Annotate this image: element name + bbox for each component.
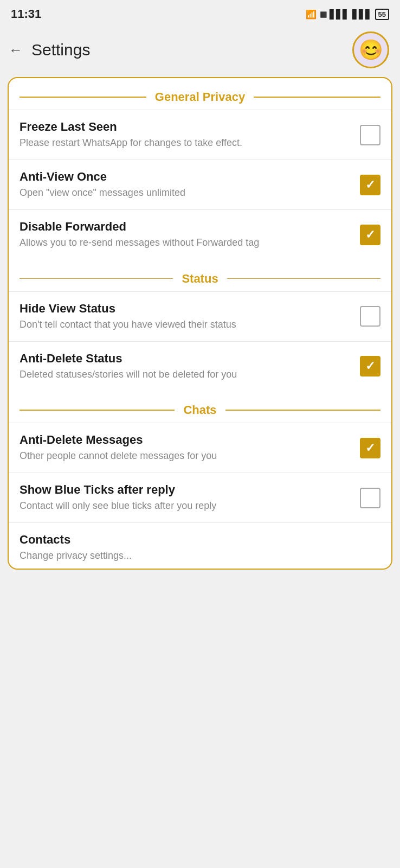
section-line-right-chats bbox=[225, 410, 380, 411]
status-time: 11:31 bbox=[11, 7, 41, 21]
setting-label-contacts: Contacts bbox=[20, 533, 380, 547]
setting-disable-forwarded[interactable]: Disable Forwarded Allows you to re-send … bbox=[9, 209, 391, 259]
checkbox-anti-view-once[interactable] bbox=[360, 175, 380, 195]
setting-text-blue-ticks: Show Blue Ticks after reply Contact will… bbox=[20, 483, 360, 513]
section-line-right-status bbox=[227, 278, 380, 279]
setting-desc-anti-del-msg: Other people cannot delete messages for … bbox=[20, 449, 351, 463]
setting-text-hide-view: Hide View Status Don't tell contact that… bbox=[20, 302, 360, 331]
setting-label-disable-fwd: Disable Forwarded bbox=[20, 220, 351, 234]
section-general-privacy: General Privacy bbox=[9, 78, 391, 110]
checkbox-freeze-last-seen[interactable] bbox=[360, 125, 380, 145]
section-line-left-status bbox=[20, 278, 173, 279]
setting-text-disable-fwd: Disable Forwarded Allows you to re-send … bbox=[20, 220, 360, 250]
setting-text-anti-view: Anti-View Once Open "view once" messages… bbox=[20, 170, 360, 200]
setting-label-anti-view: Anti-View Once bbox=[20, 170, 351, 184]
network-icon: ▦ bbox=[320, 10, 326, 18]
header: ← Settings 😊 bbox=[0, 26, 400, 77]
avatar[interactable]: 😊 bbox=[352, 31, 389, 68]
header-left: ← Settings bbox=[9, 41, 90, 59]
signal2-icon: ▋▋▋ bbox=[352, 9, 372, 20]
setting-text-anti-del-msg: Anti-Delete Messages Other people cannot… bbox=[20, 433, 360, 463]
battery-icon: 55 bbox=[375, 9, 389, 20]
setting-desc-blue-ticks: Contact will only see blue ticks after y… bbox=[20, 499, 351, 513]
section-status: Status bbox=[9, 260, 391, 291]
section-line-right bbox=[254, 97, 380, 98]
checkbox-hide-view-status[interactable] bbox=[360, 306, 380, 327]
section-title-general-privacy: General Privacy bbox=[152, 90, 248, 104]
setting-freeze-last-seen[interactable]: Freeze Last Seen Please restart WhatsApp… bbox=[9, 110, 391, 159]
setting-hide-view-status[interactable]: Hide View Status Don't tell contact that… bbox=[9, 291, 391, 341]
setting-label-freeze: Freeze Last Seen bbox=[20, 120, 351, 134]
checkbox-disable-forwarded[interactable] bbox=[360, 225, 380, 245]
setting-label-anti-del-status: Anti-Delete Status bbox=[20, 352, 351, 366]
section-line-left-chats bbox=[20, 410, 175, 411]
setting-label-hide-view: Hide View Status bbox=[20, 302, 351, 316]
setting-desc-anti-view: Open "view once" messages unlimited bbox=[20, 186, 351, 200]
checkbox-anti-delete-status[interactable] bbox=[360, 356, 380, 376]
wifi-icon: 📶 bbox=[306, 9, 317, 20]
section-title-chats: Chats bbox=[180, 403, 220, 417]
setting-desc-anti-del-status: Deleted statuses/stories will not be del… bbox=[20, 368, 351, 381]
status-bar: 11:31 📶 ▦ ▋▋▋ ▋▋▋ 55 bbox=[0, 0, 400, 26]
setting-anti-delete-messages[interactable]: Anti-Delete Messages Other people cannot… bbox=[9, 423, 391, 473]
setting-desc-hide-view: Don't tell contact that you have viewed … bbox=[20, 318, 351, 331]
setting-desc-contacts: Change privacy settings... bbox=[20, 549, 380, 563]
setting-desc-disable-fwd: Allows you to re-send messages without F… bbox=[20, 236, 351, 250]
setting-anti-view-once[interactable]: Anti-View Once Open "view once" messages… bbox=[9, 159, 391, 209]
avatar-emoji: 😊 bbox=[359, 39, 383, 61]
checkbox-anti-delete-messages[interactable] bbox=[360, 438, 380, 458]
setting-blue-ticks[interactable]: Show Blue Ticks after reply Contact will… bbox=[9, 473, 391, 522]
section-chats: Chats bbox=[9, 391, 391, 423]
setting-label-blue-ticks: Show Blue Ticks after reply bbox=[20, 483, 351, 497]
status-icons: 📶 ▦ ▋▋▋ ▋▋▋ 55 bbox=[306, 9, 389, 20]
main-card: General Privacy Freeze Last Seen Please … bbox=[8, 77, 392, 570]
setting-desc-freeze: Please restart WhatsApp for changes to t… bbox=[20, 136, 351, 150]
section-title-status: Status bbox=[178, 272, 221, 286]
signal1-icon: ▋▋▋ bbox=[330, 9, 349, 20]
setting-text-freeze: Freeze Last Seen Please restart WhatsApp… bbox=[20, 120, 360, 150]
setting-label-anti-del-msg: Anti-Delete Messages bbox=[20, 433, 351, 447]
page-title: Settings bbox=[31, 41, 90, 59]
setting-contacts-partial: Contacts Change privacy settings... bbox=[9, 522, 391, 568]
section-line-left bbox=[20, 97, 146, 98]
setting-text-anti-del-status: Anti-Delete Status Deleted statuses/stor… bbox=[20, 352, 360, 381]
back-button[interactable]: ← bbox=[9, 43, 23, 57]
setting-anti-delete-status[interactable]: Anti-Delete Status Deleted statuses/stor… bbox=[9, 341, 391, 391]
checkbox-blue-ticks[interactable] bbox=[360, 488, 380, 508]
